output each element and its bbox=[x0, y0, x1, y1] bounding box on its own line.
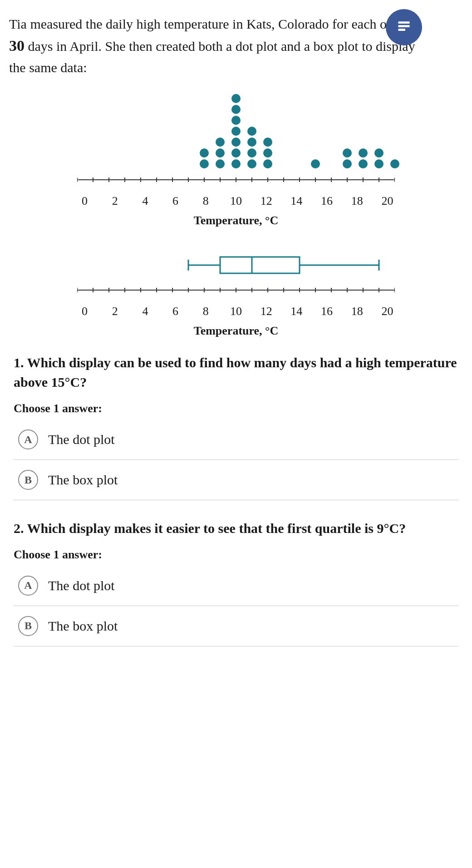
dot-plot-axis-title: Temperature, °C bbox=[194, 212, 279, 229]
dot bbox=[359, 159, 368, 168]
dot bbox=[247, 127, 256, 136]
dot bbox=[247, 148, 256, 158]
intro-text: Tia measured the daily high temperature … bbox=[9, 14, 418, 78]
question-2-option-a[interactable]: A The dot plot bbox=[14, 566, 458, 606]
dot bbox=[247, 138, 256, 147]
dot bbox=[200, 148, 209, 158]
dot bbox=[231, 159, 241, 168]
dot bbox=[311, 159, 320, 168]
notes-fab-button[interactable] bbox=[386, 9, 422, 45]
dot bbox=[231, 105, 241, 114]
dot bbox=[374, 159, 384, 168]
box-plot-axis-title: Temperature, °C bbox=[194, 323, 279, 339]
dot bbox=[216, 148, 225, 158]
dot bbox=[247, 159, 256, 168]
dot bbox=[200, 159, 209, 168]
option-a-text: The dot plot bbox=[48, 430, 115, 449]
dot-plot-container: 0 2 4 6 8 10 12 14 16 18 20 Temperature,… bbox=[9, 91, 463, 229]
option-b-text: The box plot bbox=[48, 470, 118, 489]
svg-rect-0 bbox=[398, 21, 409, 24]
option-b-circle-q2: B bbox=[18, 616, 38, 636]
dot-plot-area bbox=[77, 91, 395, 173]
dot-plot-axis bbox=[77, 173, 395, 191]
notes-icon bbox=[395, 19, 413, 36]
box-plot-axis bbox=[77, 283, 395, 301]
dot bbox=[390, 159, 399, 168]
dot bbox=[231, 138, 241, 147]
question-1-choose-label: Choose 1 answer: bbox=[14, 400, 458, 417]
question-1-option-b[interactable]: B The box plot bbox=[14, 460, 458, 500]
dot bbox=[359, 148, 368, 158]
option-b-text-q2: The box plot bbox=[48, 616, 118, 636]
question-1-text: 1. Which display can be used to find how… bbox=[14, 353, 458, 392]
dot bbox=[263, 138, 272, 147]
dot bbox=[231, 127, 241, 136]
dot bbox=[231, 94, 241, 103]
dot bbox=[343, 148, 352, 158]
svg-rect-2 bbox=[398, 29, 405, 31]
dot bbox=[374, 148, 384, 158]
dot bbox=[231, 116, 241, 125]
question-2-choose-label: Choose 1 answer: bbox=[14, 547, 458, 563]
option-a-circle: A bbox=[18, 429, 38, 449]
box-plot-area bbox=[77, 247, 395, 283]
dot-plot-axis-labels: 0 2 4 6 8 10 12 14 16 18 20 bbox=[77, 193, 395, 209]
dot bbox=[216, 138, 225, 147]
box-plot-axis-labels: 0 2 4 6 8 10 12 14 16 18 20 bbox=[77, 303, 395, 320]
dot bbox=[216, 159, 225, 168]
option-b-circle: B bbox=[18, 470, 38, 490]
question-2-text: 2. Which display makes it easier to see … bbox=[14, 518, 458, 538]
question-1-block: 1. Which display can be used to find how… bbox=[9, 353, 463, 500]
question-1-option-a[interactable]: A The dot plot bbox=[14, 419, 458, 460]
question-2-block: 2. Which display makes it easier to see … bbox=[9, 518, 463, 646]
dot bbox=[343, 159, 352, 168]
svg-rect-1 bbox=[398, 25, 409, 27]
dot bbox=[231, 148, 241, 158]
option-a-text-q2: The dot plot bbox=[48, 576, 115, 595]
option-a-circle-q2: A bbox=[18, 576, 38, 596]
box-plot-container: 0 2 4 6 8 10 12 14 16 18 20 Temperature,… bbox=[9, 242, 463, 339]
dot bbox=[263, 148, 272, 158]
dot bbox=[263, 159, 272, 168]
svg-rect-27 bbox=[220, 257, 300, 273]
question-2-option-b[interactable]: B The box plot bbox=[14, 606, 458, 646]
